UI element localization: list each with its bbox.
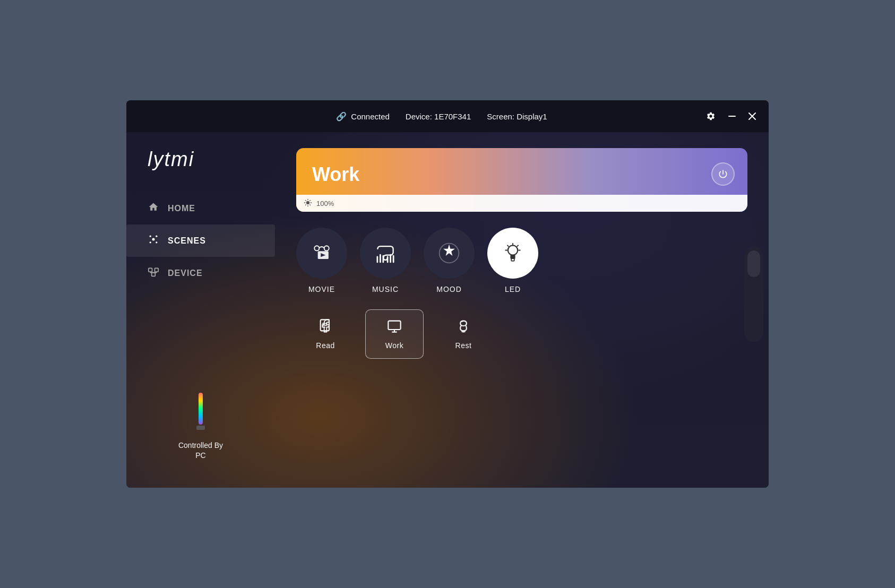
title-bar-controls: [704, 109, 758, 123]
work-card: Work 100%: [296, 148, 747, 212]
brightness-value: 100%: [316, 200, 334, 207]
home-label: HOME: [168, 204, 195, 213]
scene-led[interactable]: LED: [487, 228, 538, 293]
title-bar-center: 🔗 Connected Device: 1E70F341 Screen: Dis…: [336, 111, 547, 122]
device-label: DEVICE: [168, 269, 203, 278]
screen-id: Display1: [517, 112, 547, 121]
svg-rect-19: [383, 255, 384, 263]
work-label: Work: [385, 341, 403, 350]
scene-movie-label: MOVIE: [308, 285, 335, 293]
subscene-rest[interactable]: Rest: [434, 310, 493, 358]
device-icon: [148, 266, 159, 280]
title-bar: 🔗 Connected Device: 1E70F341 Screen: Dis…: [126, 100, 769, 132]
link-icon: 🔗: [336, 111, 347, 122]
scene-movie-circle: [296, 228, 347, 279]
screen-label: Screen:: [487, 112, 514, 121]
sidebar-item-device[interactable]: DEVICE: [126, 257, 275, 289]
app-logo: lytmi: [126, 148, 275, 192]
scenes-row: MOVIE MUSIC: [296, 228, 747, 293]
subscene-read[interactable]: Read: [296, 310, 355, 358]
controlled-by-label: Controlled By PC: [178, 440, 223, 461]
screen-info: Screen: Display1: [487, 112, 547, 121]
scene-led-label: LED: [505, 285, 521, 293]
scene-music[interactable]: MUSIC: [360, 228, 411, 293]
brightness-icon: [304, 198, 312, 209]
svg-point-3: [156, 236, 157, 237]
scene-mood-label: MOOD: [436, 285, 462, 293]
scroll-thumb: [747, 250, 760, 277]
device-id: 1E70F341: [434, 112, 471, 121]
sidebar-item-scenes[interactable]: SCENES: [126, 224, 275, 257]
svg-line-30: [507, 245, 509, 246]
sidebar-item-home[interactable]: HOME: [126, 192, 275, 224]
svg-rect-22: [393, 255, 394, 263]
scene-music-label: MUSIC: [372, 285, 399, 293]
settings-button[interactable]: [704, 109, 718, 123]
app-window: 🔗 Connected Device: 1E70F341 Screen: Dis…: [126, 100, 769, 488]
home-icon: [148, 202, 159, 215]
svg-rect-21: [390, 254, 391, 263]
connected-label: Connected: [351, 112, 390, 121]
svg-rect-6: [149, 268, 152, 272]
sidebar: lytmi HOME: [126, 132, 275, 488]
read-label: Read: [316, 341, 334, 350]
scenes-label: SCENES: [168, 236, 206, 246]
svg-rect-17: [377, 256, 378, 263]
lamp-icon: [193, 393, 209, 435]
connection-status: 🔗 Connected: [336, 111, 390, 122]
svg-line-29: [517, 245, 518, 246]
power-button[interactable]: [711, 162, 735, 186]
scrollbar[interactable]: [744, 246, 763, 342]
scenes-icon: [148, 234, 159, 247]
svg-point-13: [314, 246, 319, 250]
svg-rect-20: [387, 256, 389, 263]
svg-point-1: [152, 238, 155, 241]
svg-rect-18: [380, 254, 381, 263]
subscene-work[interactable]: Work: [365, 309, 424, 359]
scene-movie[interactable]: MOVIE: [296, 228, 347, 293]
svg-point-24: [508, 245, 518, 255]
rest-label: Rest: [455, 341, 472, 350]
read-icon: [318, 318, 333, 337]
svg-point-5: [156, 241, 157, 243]
svg-rect-36: [388, 321, 400, 330]
scene-mood-circle: [424, 228, 475, 279]
device-info: Device: 1E70F341: [406, 112, 471, 121]
svg-rect-7: [155, 268, 159, 272]
svg-point-4: [150, 241, 151, 243]
right-panel: Work 100%: [275, 132, 769, 488]
svg-point-14: [324, 246, 329, 250]
work-icon: [387, 318, 402, 337]
scene-music-circle: [360, 228, 411, 279]
svg-point-2: [150, 236, 151, 237]
svg-rect-0: [728, 116, 736, 117]
work-card-title: Work: [312, 163, 359, 186]
svg-rect-8: [152, 273, 156, 276]
minimize-button[interactable]: [726, 110, 738, 122]
scene-mood[interactable]: MOOD: [424, 228, 475, 293]
main-content: lytmi HOME: [126, 132, 769, 488]
subscenes-row: Read Work: [296, 309, 747, 359]
rest-icon: [456, 318, 471, 337]
close-button[interactable]: [746, 110, 758, 122]
device-label: Device:: [406, 112, 432, 121]
sidebar-bottom: Controlled By PC: [126, 382, 275, 472]
scene-led-circle: [487, 228, 538, 279]
brightness-bar[interactable]: 100%: [296, 195, 747, 212]
